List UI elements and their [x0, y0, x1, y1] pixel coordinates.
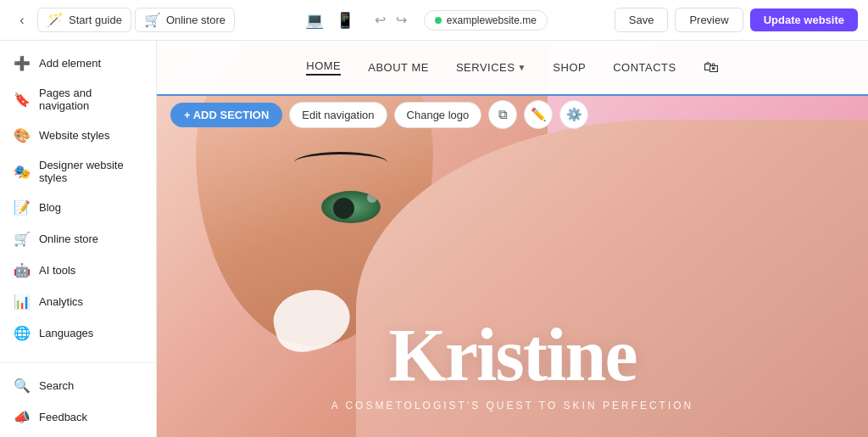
nav-services-group[interactable]: SERVICES ▼ — [456, 61, 526, 74]
online-store-nav[interactable]: 🛒 Online store — [135, 8, 235, 32]
top-bar-left: ‹ 🪄 Start guide 🛒 Online store — [10, 8, 235, 32]
edit-section-button[interactable]: ✏️ — [524, 100, 553, 129]
nav-link-contacts[interactable]: CONTACTS — [613, 61, 676, 74]
sidebar-label-add-element: Add element — [39, 57, 101, 70]
settings-section-button[interactable]: ⚙️ — [559, 100, 588, 129]
plus-icon: ➕ — [14, 55, 31, 71]
domain-pill[interactable]: examplewebsite.me — [424, 10, 548, 31]
hero-text-overlay: Kristine A COSMETOLOGIST'S QUEST TO SKIN… — [157, 318, 868, 412]
undo-redo-controls: ↩ ↪ — [371, 8, 410, 31]
sidebar-label-designer-styles: Designer website styles — [39, 159, 142, 184]
pencil-icon: ✏️ — [531, 107, 547, 122]
sidebar-item-blog[interactable]: 📝 Blog — [0, 192, 156, 223]
top-bar-right: Save Preview Update website — [615, 8, 858, 32]
add-section-button[interactable]: + ADD SECTION — [170, 103, 282, 127]
sidebar-item-pages-navigation[interactable]: 🔖 Pages and navigation — [0, 79, 156, 120]
search-icon: 🔍 — [14, 378, 31, 394]
sidebar-item-add-element[interactable]: ➕ Add element — [0, 48, 156, 79]
sidebar-label-ai-tools: AI tools — [39, 264, 75, 277]
domain-text: examplewebsite.me — [447, 14, 537, 26]
redo-button[interactable]: ↪ — [392, 8, 410, 31]
pages-icon: 🔖 — [14, 92, 31, 108]
cart-nav-icon[interactable]: 🛍 — [704, 59, 719, 76]
domain-status-dot — [435, 17, 442, 24]
website-preview: HOME ABOUT ME SERVICES ▼ SHOP CONTACTS 🛍… — [157, 41, 868, 437]
styles-icon: 🎨 — [14, 127, 31, 143]
update-website-button[interactable]: Update website — [750, 8, 858, 31]
wand-icon: 🪄 — [47, 12, 64, 28]
languages-icon: 🌐 — [14, 325, 31, 341]
sidebar-item-analytics[interactable]: 📊 Analytics — [0, 286, 156, 317]
change-logo-button[interactable]: Change logo — [394, 102, 482, 128]
sidebar-item-languages[interactable]: 🌐 Languages — [0, 317, 156, 349]
back-button[interactable]: ‹ — [10, 8, 34, 32]
canvas-area: HOME ABOUT ME SERVICES ▼ SHOP CONTACTS 🛍… — [157, 41, 868, 437]
nav-link-shop[interactable]: SHOP — [553, 61, 586, 74]
save-button[interactable]: Save — [615, 8, 669, 32]
mobile-device-btn[interactable]: 📱 — [332, 8, 358, 33]
sidebar-label-feedback: Feedback — [39, 411, 87, 423]
gear-icon: ⚙️ — [566, 107, 582, 122]
main-area: ➕ Add element 🔖 Pages and navigation 🎨 W… — [0, 41, 868, 437]
section-toolbar: + ADD SECTION Edit navigation Change log… — [157, 96, 868, 133]
ai-icon: 🤖 — [14, 262, 31, 278]
edit-navigation-button[interactable]: Edit navigation — [289, 102, 387, 128]
cart-icon: 🛒 — [144, 12, 161, 28]
nav-link-home[interactable]: HOME — [306, 59, 341, 76]
sidebar-item-feedback[interactable]: 📣 Feedback — [0, 401, 156, 433]
feedback-icon: 📣 — [14, 409, 31, 425]
preview-button[interactable]: Preview — [675, 8, 743, 32]
eyelash-detail — [294, 152, 387, 173]
sidebar-label-blog: Blog — [39, 201, 61, 214]
sidebar-label-website-styles: Website styles — [39, 129, 110, 142]
sidebar-label-online-store: Online store — [39, 233, 98, 245]
sidebar-item-online-store[interactable]: 🛒 Online store — [0, 223, 156, 255]
sidebar-label-search: Search — [39, 379, 74, 392]
sidebar-label-pages-navigation: Pages and navigation — [39, 87, 142, 112]
sidebar-label-languages: Languages — [39, 327, 93, 339]
top-bar: ‹ 🪄 Start guide 🛒 Online store 💻 📱 ↩ ↪ e… — [0, 0, 868, 41]
store-icon: 🛒 — [14, 231, 31, 247]
sidebar-bottom: 🔍 Search 📣 Feedback ❓ Help and resources — [0, 362, 156, 437]
sidebar-label-analytics: Analytics — [39, 295, 83, 308]
analytics-icon: 📊 — [14, 294, 31, 310]
sidebar-item-help[interactable]: ❓ Help and resources — [0, 433, 156, 437]
nav-link-services[interactable]: SERVICES — [456, 61, 515, 74]
online-store-label: Online store — [166, 14, 225, 26]
copy-icon: ⧉ — [498, 107, 508, 122]
undo-button[interactable]: ↩ — [371, 8, 389, 31]
sidebar-item-website-styles[interactable]: 🎨 Website styles — [0, 120, 156, 151]
desktop-device-btn[interactable]: 💻 — [302, 8, 327, 33]
top-bar-center: 💻 📱 ↩ ↪ examplewebsite.me — [242, 8, 608, 33]
copy-section-button[interactable]: ⧉ — [488, 100, 517, 129]
start-guide-nav[interactable]: 🪄 Start guide — [37, 8, 131, 32]
hero-tagline: A COSMETOLOGIST'S QUEST TO SKIN PERFECTI… — [157, 400, 868, 412]
site-navigation: HOME ABOUT ME SERVICES ▼ SHOP CONTACTS 🛍 — [157, 41, 868, 96]
start-guide-label: Start guide — [69, 14, 122, 26]
device-switcher: 💻 📱 — [302, 8, 358, 33]
sidebar-item-search[interactable]: 🔍 Search — [0, 370, 156, 401]
nav-link-about[interactable]: ABOUT ME — [368, 61, 429, 74]
hero-name: Kristine — [157, 318, 868, 393]
blog-icon: 📝 — [14, 199, 31, 216]
services-dropdown-arrow: ▼ — [517, 63, 526, 72]
sidebar-item-ai-tools[interactable]: 🤖 AI tools — [0, 255, 156, 286]
designer-icon: 🎭 — [14, 164, 31, 180]
sidebar-item-designer-styles[interactable]: 🎭 Designer website styles — [0, 151, 156, 192]
sidebar: ➕ Add element 🔖 Pages and navigation 🎨 W… — [0, 41, 157, 437]
